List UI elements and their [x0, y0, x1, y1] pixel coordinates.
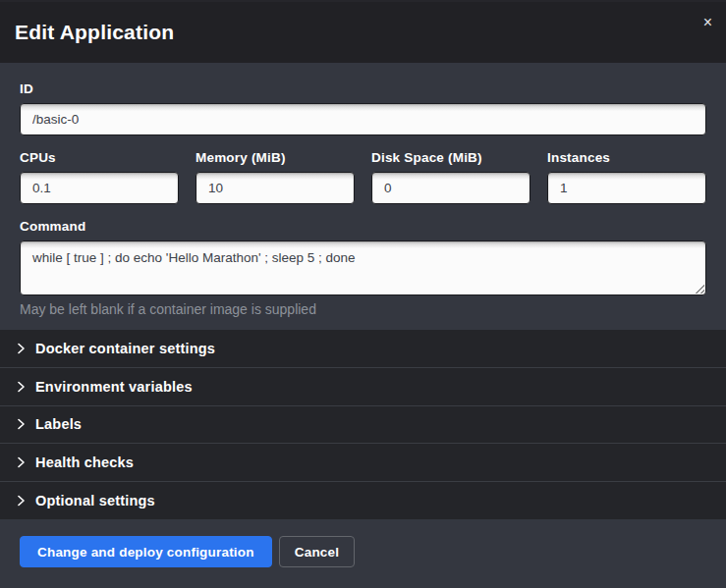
section-health-checks[interactable]: Health checks [0, 443, 726, 481]
section-label: Docker container settings [35, 341, 215, 356]
cancel-button[interactable]: Cancel [279, 536, 355, 567]
disk-label: Disk Space (MiB) [371, 150, 531, 165]
form-body: ID CPUs Memory (MiB) Disk Space (MiB) In… [0, 63, 726, 330]
resources-row: CPUs Memory (MiB) Disk Space (MiB) Insta… [20, 150, 706, 204]
instances-field-group: Instances [547, 150, 706, 204]
section-docker-container-settings[interactable]: Docker container settings [0, 330, 726, 367]
chevron-right-icon [14, 455, 28, 469]
memory-field-group: Memory (MiB) [195, 150, 355, 204]
edit-application-modal: Edit Application × ID CPUs Memory (MiB) … [0, 0, 726, 588]
change-and-deploy-button[interactable]: Change and deploy configuration [20, 536, 272, 567]
command-textarea[interactable]: while [ true ] ; do echo 'Hello Marathon… [20, 241, 706, 295]
chevron-right-icon [14, 494, 28, 508]
section-optional-settings[interactable]: Optional settings [0, 481, 726, 519]
instances-label: Instances [547, 150, 706, 165]
section-environment-variables[interactable]: Environment variables [0, 367, 726, 405]
disk-input[interactable] [371, 172, 531, 204]
cpus-field-group: CPUs [20, 150, 179, 204]
chevron-right-icon [14, 380, 28, 394]
section-labels[interactable]: Labels [0, 405, 726, 444]
memory-input[interactable] [195, 172, 355, 204]
modal-title: Edit Application [15, 21, 174, 44]
command-textarea-wrap: while [ true ] ; do echo 'Hello Marathon… [20, 241, 706, 295]
section-label: Environment variables [35, 379, 193, 395]
close-icon[interactable]: × [703, 15, 712, 30]
chevron-right-icon [14, 342, 28, 355]
section-label: Health checks [35, 454, 134, 470]
command-field-group: Command while [ true ] ; do echo 'Hello … [20, 219, 706, 317]
id-label: ID [20, 81, 706, 96]
modal-footer: Change and deploy configuration Cancel [0, 519, 726, 588]
cpus-input[interactable] [20, 172, 179, 204]
id-field-group: ID [20, 81, 706, 135]
id-input[interactable] [20, 103, 706, 135]
command-help-text: May be left blank if a container image i… [20, 301, 706, 317]
cpus-label: CPUs [20, 150, 179, 165]
disk-field-group: Disk Space (MiB) [371, 150, 531, 204]
modal-header: Edit Application × [0, 0, 726, 63]
accordion: Docker container settings Environment va… [0, 330, 726, 519]
section-label: Optional settings [35, 493, 155, 508]
instances-input[interactable] [547, 172, 706, 204]
section-label: Labels [35, 416, 82, 432]
command-label: Command [20, 219, 706, 234]
memory-label: Memory (MiB) [195, 150, 355, 165]
chevron-right-icon [14, 417, 28, 431]
